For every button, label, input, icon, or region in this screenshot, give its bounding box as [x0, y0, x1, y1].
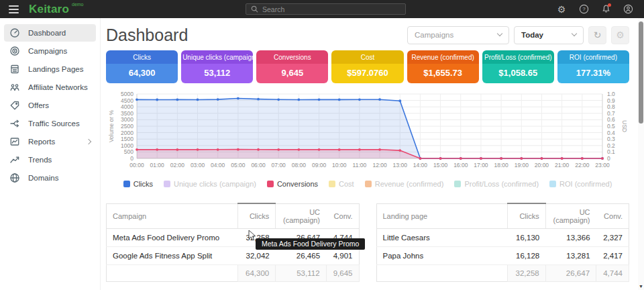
- sidebar-item-reports[interactable]: Reports: [4, 133, 96, 150]
- dashboard-icon: [9, 28, 20, 38]
- row-label: Google Ads Fitness App Split: [107, 246, 238, 264]
- sidebar-item-affiliate-networks[interactable]: Affiliate Networks: [4, 79, 96, 96]
- sidebar-item-campaigns[interactable]: Campaigns: [4, 42, 96, 60]
- svg-text:23:00: 23:00: [595, 162, 610, 168]
- svg-text:3500: 3500: [121, 110, 133, 117]
- sidebar-item-offers[interactable]: Offers: [4, 97, 96, 114]
- help-icon[interactable]: ?: [578, 4, 589, 15]
- svg-text:0.4: 0.4: [607, 130, 615, 136]
- svg-text:4500: 4500: [121, 97, 133, 104]
- traffic-icon: [9, 118, 20, 129]
- account-icon[interactable]: [623, 4, 633, 15]
- column-header-campaign[interactable]: Campaign: [107, 203, 238, 228]
- chart-canvas[interactable]: 0500100015002000250030003500400045005000…: [106, 89, 629, 176]
- row-value: 13,281: [545, 246, 596, 264]
- table-totals-row: 64,30053,1129,645: [107, 264, 360, 281]
- total-value: 9,645: [326, 264, 359, 281]
- column-header-landing-page[interactable]: Landing page: [376, 203, 508, 228]
- dashboard-settings-button[interactable]: ⚙: [611, 26, 629, 44]
- summary-tables: CampaignClicksUC (campaign)Conv.Meta Ads…: [106, 203, 629, 282]
- settings-icon[interactable]: ⚙: [556, 4, 567, 15]
- chevron-right-icon: [86, 139, 91, 144]
- metric-card-profit-loss-confirmed-[interactable]: Profit/Loss (confirmed)$1,058.65: [482, 50, 554, 83]
- metric-card-label: Unique clicks (campaign): [181, 50, 253, 64]
- metric-card-label: Cost: [331, 50, 403, 64]
- sidebar-item-domains[interactable]: Domains: [4, 169, 96, 187]
- svg-text:0.8: 0.8: [607, 103, 615, 110]
- column-header-uc-campaign-[interactable]: UC (campaign): [276, 203, 326, 228]
- legend-item-revenue-confirmed-[interactable]: Revenue (confirmed): [365, 180, 444, 188]
- metric-card-revenue-confirmed-[interactable]: Revenue (confirmed)$1,655.73: [407, 50, 479, 83]
- page-header: Dashboard Campaigns Today ↻ ⚙: [106, 24, 629, 46]
- sidebar-item-dashboard[interactable]: Dashboard: [4, 24, 96, 42]
- date-range-select[interactable]: Today: [514, 26, 584, 44]
- date-range-value: Today: [521, 31, 543, 39]
- legend-item-unique-clicks-campaign-[interactable]: Unique clicks (campaign): [164, 180, 256, 188]
- svg-text:18:00: 18:00: [494, 162, 508, 168]
- notifications-icon[interactable]: [600, 4, 611, 15]
- notification-badge: [608, 3, 611, 7]
- affiliate-icon: [9, 82, 20, 93]
- metric-card-cost[interactable]: Cost$597.0760: [331, 50, 403, 83]
- legend-label: Unique clicks (campaign): [174, 180, 256, 188]
- svg-text:03:00: 03:00: [191, 162, 205, 168]
- refresh-button[interactable]: ↻: [588, 26, 606, 44]
- svg-text:5000: 5000: [121, 91, 133, 97]
- row-value: 2,327: [596, 228, 629, 246]
- column-header-uc-campaign-[interactable]: UC (campaign): [545, 203, 596, 228]
- table-totals-row: 32,25826,6474,744: [376, 264, 629, 281]
- row-label: Meta Ads Food Delivery Promo: [107, 228, 238, 246]
- sidebar-item-trends[interactable]: Trends: [4, 151, 96, 168]
- global-search[interactable]: [246, 3, 406, 15]
- metric-card-label: Conversions: [256, 50, 328, 64]
- metric-card-label: Profit/Loss (confirmed): [482, 50, 554, 64]
- search-icon: [251, 5, 258, 13]
- total-value: 32,258: [508, 264, 545, 281]
- sidebar-item-landings-pages[interactable]: Landings Pages: [4, 60, 96, 78]
- column-header-conv-[interactable]: Conv.: [326, 203, 359, 228]
- campaigns-filter-select[interactable]: Campaigns: [407, 26, 509, 44]
- table-row[interactable]: Little Caesars16,13013,3662,327: [376, 228, 629, 246]
- metric-card-unique-clicks-campaign-[interactable]: Unique clicks (campaign)53,112: [181, 50, 253, 83]
- svg-text:0.6: 0.6: [607, 116, 615, 123]
- metric-card-conversions[interactable]: Conversions9,645: [256, 50, 328, 83]
- legend-item-roi-confirmed-[interactable]: ROI (confirmed): [549, 180, 612, 188]
- legend-swatch: [267, 181, 274, 187]
- app-window: Keitaro demo ⚙ ? DashboardCampaignsLandi…: [0, 0, 644, 290]
- sidebar-item-traffic-sources[interactable]: Traffic Sources: [4, 115, 96, 132]
- legend-label: Revenue (confirmed): [375, 180, 444, 188]
- campaigns-filter-value: Campaigns: [415, 31, 453, 39]
- column-header-conv-[interactable]: Conv.: [596, 203, 629, 228]
- chart-legend: ClicksUnique clicks (campaign)Conversion…: [106, 180, 629, 188]
- legend-item-profit-loss-confirmed-[interactable]: Profit/Loss (confirmed): [454, 180, 539, 188]
- metric-card-roi-confirmed-[interactable]: ROI (confirmed)177.31%: [557, 50, 629, 83]
- svg-text:3000: 3000: [121, 116, 133, 123]
- metric-card-label: Clicks: [106, 50, 178, 64]
- row-value: 16,128: [508, 246, 545, 264]
- scrollbar-thumb[interactable]: [639, 21, 643, 124]
- search-input[interactable]: [262, 5, 400, 13]
- traffic-chart: 0500100015002000250030003500400045005000…: [106, 89, 629, 179]
- scroll-down-arrow[interactable]: ▼: [638, 284, 644, 289]
- metric-card-value: 177.31%: [557, 64, 629, 83]
- svg-text:21:00: 21:00: [555, 162, 570, 168]
- menu-toggle-icon[interactable]: [9, 5, 19, 13]
- column-header-clicks[interactable]: Clicks: [237, 203, 275, 228]
- legend-label: Cost: [339, 180, 354, 188]
- legend-item-conversions[interactable]: Conversions: [267, 180, 318, 188]
- svg-text:08:00: 08:00: [292, 162, 307, 168]
- legend-item-cost[interactable]: Cost: [329, 180, 354, 188]
- svg-text:0.2: 0.2: [607, 142, 615, 149]
- table-row[interactable]: Papa Johns16,12813,2812,417: [376, 246, 629, 264]
- trends-icon: [9, 154, 20, 165]
- svg-text:4000: 4000: [121, 103, 133, 110]
- row-label: Little Caesars: [376, 228, 508, 246]
- svg-text:USD: USD: [621, 120, 628, 132]
- metric-card-clicks[interactable]: Clicks64,300: [106, 50, 178, 83]
- svg-text:00:00: 00:00: [129, 162, 144, 168]
- page-scrollbar[interactable]: ▼: [638, 18, 644, 290]
- svg-text:?: ?: [582, 6, 586, 12]
- legend-item-clicks[interactable]: Clicks: [123, 180, 153, 188]
- column-header-clicks[interactable]: Clicks: [508, 203, 545, 228]
- sidebar-item-label: Domains: [28, 174, 58, 182]
